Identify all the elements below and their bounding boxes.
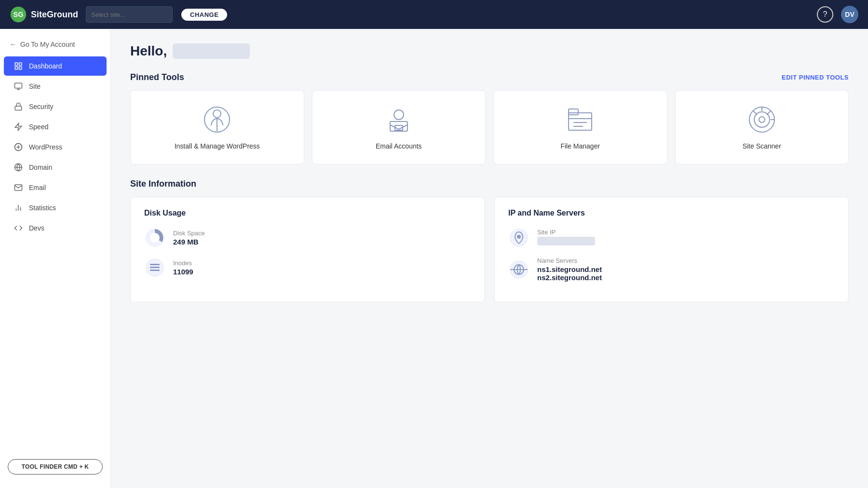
svg-rect-4 [15, 67, 17, 69]
disk-space-value: 249 MB [173, 238, 205, 246]
tool-card-email-accounts[interactable]: Email Accounts [312, 90, 486, 164]
sidebar-item-label: Speed [29, 123, 48, 131]
site-scanner-tool-icon [746, 104, 777, 135]
pinned-tools-section: Pinned Tools EDIT PINNED TOOLS Install &… [130, 72, 849, 164]
code-icon [14, 223, 23, 233]
pinned-tools-grid: Install & Manage WordPress Email Account… [130, 90, 849, 164]
svg-rect-38 [150, 270, 160, 271]
sidebar-item-domain[interactable]: Domain [4, 158, 107, 177]
file-manager-tool-icon [565, 104, 596, 135]
sidebar-item-label: Site [29, 82, 41, 90]
sidebar-item-label: Security [29, 103, 54, 110]
globe-icon [14, 163, 23, 172]
name-servers-icon [508, 259, 529, 280]
svg-point-20 [394, 110, 404, 120]
change-button[interactable]: CHANGE [180, 8, 228, 22]
ns2-value: ns2.siteground.net [537, 273, 602, 282]
svg-rect-2 [15, 63, 17, 65]
disk-space-row: Disk Space 249 MB [144, 227, 471, 248]
tool-card-site-scanner[interactable]: Site Scanner [675, 90, 849, 164]
sidebar-item-dashboard[interactable]: Dashboard [4, 56, 107, 76]
name-servers-row: Name Servers ns1.siteground.net ns2.site… [508, 257, 835, 282]
logo-text: SiteGround [31, 10, 78, 20]
info-cards-grid: Disk Usage Disk Space 2 [130, 197, 849, 302]
ip-nameservers-title: IP and Name Servers [508, 209, 835, 217]
ip-nameservers-card: IP and Name Servers Site IP [494, 197, 849, 302]
svg-text:SG: SG [14, 11, 24, 18]
disk-usage-title: Disk Usage [144, 209, 471, 217]
svg-rect-23 [569, 113, 592, 130]
sidebar-item-wordpress[interactable]: WordPress [4, 137, 107, 157]
name-servers-label: Name Servers [537, 257, 602, 264]
svg-rect-9 [15, 106, 22, 110]
back-arrow-icon: ← [10, 41, 16, 48]
inodes-info: Inodes 11099 [173, 259, 193, 276]
logo[interactable]: SG SiteGround [10, 6, 78, 23]
mail-icon [14, 183, 23, 192]
sidebar-item-site[interactable]: Site [4, 77, 107, 96]
site-info-title: Site Information [130, 179, 849, 189]
page-greeting: Hello, [130, 43, 849, 59]
sidebar-item-statistics[interactable]: Statistics [4, 198, 107, 217]
svg-rect-6 [15, 83, 22, 88]
svg-rect-37 [150, 267, 160, 268]
greeting-text: Hello, [130, 43, 167, 59]
sidebar-item-label: Devs [29, 224, 44, 232]
sidebar-item-label: Dashboard [29, 62, 62, 70]
tool-finder-button[interactable]: TOOL FINDER CMD + K [8, 459, 103, 474]
tool-card-label: Site Scanner [743, 142, 781, 150]
inodes-label: Inodes [173, 259, 193, 267]
email-accounts-tool-icon [383, 104, 414, 135]
svg-rect-24 [569, 109, 578, 115]
disk-usage-card: Disk Usage Disk Space 2 [130, 197, 485, 302]
lock-icon [14, 102, 23, 111]
help-button[interactable]: ? [817, 6, 833, 23]
svg-rect-5 [19, 67, 22, 69]
tool-card-file-manager[interactable]: File Manager [493, 90, 667, 164]
site-ip-info: Site IP [537, 229, 595, 247]
name-servers-info: Name Servers ns1.siteground.net ns2.site… [537, 257, 602, 282]
tool-card-wordpress[interactable]: Install & Manage WordPress [130, 90, 304, 164]
svg-point-30 [759, 117, 765, 122]
avatar-initials: DV [845, 11, 854, 18]
svg-rect-3 [19, 63, 22, 65]
sidebar-back-label: Go To My Account [20, 41, 75, 48]
sidebar-item-email[interactable]: Email [4, 178, 107, 197]
svg-point-40 [517, 235, 521, 239]
zap-icon [14, 122, 23, 132]
tool-card-label: File Manager [560, 142, 600, 150]
avatar[interactable]: DV [841, 6, 858, 23]
inodes-icon [144, 257, 165, 278]
wordpress-icon [14, 142, 23, 152]
site-ip-icon [508, 227, 529, 248]
inodes-row: Inodes 11099 [144, 257, 471, 278]
pinned-tools-title: Pinned Tools [130, 72, 184, 82]
site-selector-input[interactable] [86, 6, 173, 23]
sidebar-item-label: Statistics [29, 204, 56, 212]
sidebar: ← Go To My Account Dashboard Site Securi… [0, 29, 111, 488]
tool-card-label: Install & Manage WordPress [175, 142, 260, 150]
wordpress-tool-icon [202, 104, 232, 135]
svg-rect-36 [150, 264, 160, 265]
tool-card-label: Email Accounts [376, 142, 422, 150]
sidebar-item-speed[interactable]: Speed [4, 117, 107, 136]
monitor-icon [14, 81, 23, 91]
site-ip-blurred [537, 237, 595, 245]
main-content: Hello, Pinned Tools EDIT PINNED TOOLS [111, 29, 868, 488]
help-icon: ? [823, 10, 827, 19]
svg-marker-10 [15, 123, 22, 131]
bar-chart-icon [14, 203, 23, 213]
ns1-value: ns1.siteground.net [537, 265, 602, 273]
disk-space-info: Disk Space 249 MB [173, 230, 205, 246]
greeting-name-blurred [173, 43, 250, 59]
svg-point-18 [213, 110, 221, 118]
edit-pinned-tools-link[interactable]: EDIT PINNED TOOLS [782, 74, 849, 81]
sidebar-item-label: Email [29, 184, 46, 191]
sidebar-item-security[interactable]: Security [4, 97, 107, 116]
grid-icon [14, 61, 23, 71]
sidebar-item-devs[interactable]: Devs [4, 218, 107, 238]
sidebar-back-link[interactable]: ← Go To My Account [0, 37, 110, 52]
disk-space-label: Disk Space [173, 230, 205, 237]
site-information-section: Site Information Disk Usage [130, 179, 849, 302]
top-navigation: SG SiteGround CHANGE ? DV [0, 0, 868, 29]
